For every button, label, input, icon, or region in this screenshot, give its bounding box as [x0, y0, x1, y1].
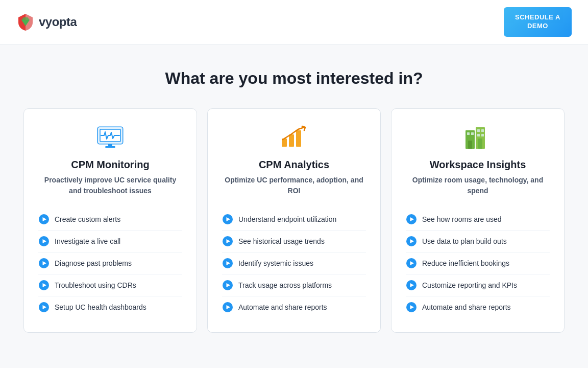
- feature-item[interactable]: Create custom alerts: [38, 209, 182, 231]
- feature-item[interactable]: Understand endpoint utilization: [222, 209, 366, 231]
- play-circle-icon: [222, 302, 233, 313]
- card-icon-wrapper-analytics: [222, 125, 366, 150]
- card-workspace-insights: Workspace Insights Optimize room usage, …: [391, 108, 565, 333]
- svg-rect-16: [289, 134, 294, 147]
- svg-rect-34: [477, 129, 480, 132]
- play-circle-icon: [222, 280, 233, 291]
- card-subtitle-monitoring: Proactively improve UC service quality a…: [38, 175, 182, 196]
- feature-label: Setup UC health dashboards: [55, 303, 146, 311]
- card-subtitle-analytics: Optimize UC performance, adoption, and R…: [222, 175, 366, 196]
- feature-label: See how rooms are used: [422, 215, 502, 223]
- feature-item[interactable]: See historical usage trends: [222, 231, 366, 252]
- feature-label: Identify systemic issues: [238, 259, 313, 267]
- play-circle-icon: [222, 214, 233, 225]
- svg-rect-37: [481, 134, 484, 136]
- feature-item[interactable]: Automate and share reports: [406, 296, 550, 318]
- card-cpm-analytics: CPM Analytics Optimize UC performance, a…: [207, 108, 381, 333]
- workspace-icon: [464, 125, 491, 150]
- feature-label: Understand endpoint utilization: [238, 215, 336, 223]
- play-circle-icon: [38, 302, 50, 313]
- play-circle-icon: [406, 258, 417, 269]
- cards-container: CPM Monitoring Proactively improve UC se…: [20, 108, 568, 333]
- play-circle-icon: [406, 214, 417, 225]
- feature-item[interactable]: Use data to plan build outs: [406, 231, 550, 252]
- feature-label: Track usage across platforms: [238, 281, 332, 289]
- feature-item[interactable]: Customize reporting and KPIs: [406, 274, 550, 296]
- svg-rect-33: [471, 132, 474, 135]
- feature-item[interactable]: Troubleshoot using CDRs: [38, 274, 182, 296]
- svg-rect-17: [296, 130, 301, 147]
- feature-label: Use data to plan build outs: [422, 237, 507, 245]
- feature-item[interactable]: Reduce inefficient bookings: [406, 252, 550, 274]
- feature-label: Troubleshoot using CDRs: [55, 281, 136, 289]
- feature-item[interactable]: Diagnose past problems: [38, 252, 182, 274]
- schedule-demo-button[interactable]: SCHEDULE ADEMO: [504, 7, 572, 37]
- vyopta-logo-icon: [16, 13, 35, 31]
- svg-rect-32: [467, 132, 470, 135]
- play-circle-icon: [406, 236, 417, 247]
- card-title-analytics: CPM Analytics: [222, 159, 366, 171]
- feature-item[interactable]: See how rooms are used: [406, 209, 550, 231]
- feature-list-workspace: See how rooms are used Use data to plan …: [406, 209, 550, 318]
- feature-item[interactable]: Identify systemic issues: [222, 252, 366, 274]
- feature-label: Investigate a live call: [55, 237, 120, 245]
- svg-rect-35: [481, 129, 484, 132]
- feature-label: Customize reporting and KPIs: [422, 281, 517, 289]
- feature-label: Automate and share reports: [238, 303, 327, 311]
- card-icon-wrapper-workspace: [406, 125, 550, 150]
- feature-item[interactable]: Setup UC health dashboards: [38, 296, 182, 318]
- site-header: vyopta SCHEDULE ADEMO: [0, 0, 588, 44]
- feature-label: See historical usage trends: [238, 237, 325, 245]
- card-cpm-monitoring: CPM Monitoring Proactively improve UC se…: [23, 108, 197, 333]
- feature-label: Automate and share reports: [422, 303, 511, 311]
- feature-list-analytics: Understand endpoint utilization See hist…: [222, 209, 366, 318]
- play-circle-icon: [38, 214, 50, 225]
- card-title-workspace: Workspace Insights: [406, 159, 550, 171]
- play-circle-icon: [222, 258, 233, 269]
- main-content: What are you most interested in? CPM Mo: [0, 44, 588, 353]
- feature-label: Create custom alerts: [55, 215, 120, 223]
- monitor-icon: [96, 125, 125, 150]
- card-subtitle-workspace: Optimize room usage, technology, and spe…: [406, 175, 550, 196]
- svg-rect-4: [105, 146, 115, 148]
- svg-rect-36: [477, 134, 480, 136]
- feature-item[interactable]: Investigate a live call: [38, 231, 182, 252]
- logo-text: vyopta: [39, 15, 77, 29]
- play-circle-icon: [222, 236, 233, 247]
- card-icon-wrapper-monitoring: [38, 125, 182, 150]
- logo: vyopta: [16, 13, 77, 31]
- feature-label: Diagnose past problems: [55, 259, 132, 267]
- play-circle-icon: [406, 302, 417, 313]
- svg-rect-31: [478, 139, 482, 149]
- svg-rect-30: [468, 141, 472, 149]
- feature-label: Reduce inefficient bookings: [422, 259, 509, 267]
- card-title-monitoring: CPM Monitoring: [38, 159, 182, 171]
- feature-item[interactable]: Automate and share reports: [222, 296, 366, 318]
- play-circle-icon: [406, 280, 417, 291]
- feature-list-monitoring: Create custom alerts Investigate a live …: [38, 209, 182, 318]
- analytics-icon: [280, 125, 308, 150]
- feature-item[interactable]: Track usage across platforms: [222, 274, 366, 296]
- svg-rect-3: [108, 144, 112, 146]
- page-title: What are you most interested in?: [20, 69, 568, 88]
- play-circle-icon: [38, 236, 50, 247]
- play-circle-icon: [38, 280, 50, 291]
- play-circle-icon: [38, 258, 50, 269]
